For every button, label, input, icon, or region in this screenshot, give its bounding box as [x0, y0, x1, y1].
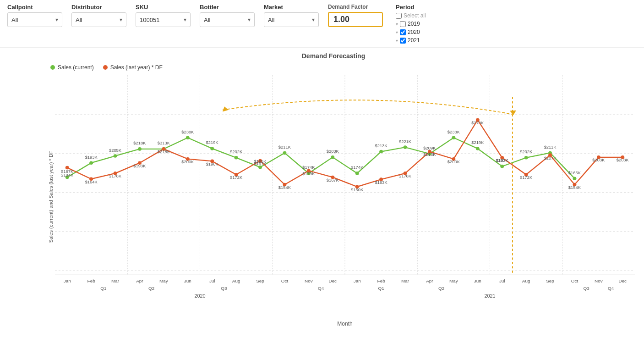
- year-2021: 2021: [408, 37, 420, 44]
- svg-point-23: [138, 147, 142, 151]
- period-section: Period Select all ▾ 2019 ▾ 2020 ▾ 2021: [396, 4, 426, 44]
- x-axis-months: Jan Feb Mar Apr May Jun Jul Aug Sep Oct …: [64, 279, 627, 284]
- svg-text:$207K: $207K: [544, 156, 557, 161]
- market-value: All: [268, 17, 274, 23]
- svg-point-41: [573, 177, 576, 180]
- svg-text:$270K: $270K: [471, 121, 484, 125]
- svg-text:$172K: $172K: [230, 175, 243, 180]
- legend-dot-current: [50, 65, 55, 70]
- chart-legend: Sales (current) Sales (last year) * DF: [32, 64, 635, 71]
- svg-text:$205K: $205K: [109, 148, 122, 153]
- svg-text:$164K: $164K: [85, 180, 98, 184]
- chart-svg: $0K $50K $100K $150K $200K: [55, 75, 635, 318]
- svg-text:$213K: $213K: [375, 144, 388, 148]
- select-all-row: Select all: [396, 12, 426, 19]
- svg-text:$179K: $179K: [302, 172, 315, 176]
- market-filter: Market All: [264, 4, 319, 27]
- svg-text:$202K: $202K: [496, 158, 509, 163]
- svg-text:Jul: Jul: [499, 279, 505, 284]
- sku-value: 100051: [140, 17, 159, 23]
- chart-title: Demand Forecasting: [32, 52, 635, 60]
- svg-text:Jul: Jul: [209, 279, 215, 284]
- svg-marker-19: [510, 111, 516, 115]
- filter-bar: Callpoint All Distributor All SKU 100051…: [0, 0, 644, 48]
- svg-point-22: [114, 154, 117, 158]
- svg-text:$193K: $193K: [133, 164, 146, 168]
- svg-text:Q4: Q4: [318, 286, 324, 291]
- svg-point-36: [452, 136, 455, 140]
- svg-point-39: [524, 156, 528, 160]
- distributor-value: All: [76, 17, 82, 23]
- svg-text:May: May: [449, 279, 458, 284]
- select-all-label: Select all: [404, 12, 426, 19]
- svg-text:Dec: Dec: [619, 279, 627, 284]
- period-item-2019: ▾ 2019: [396, 21, 426, 27]
- period-label: Period: [396, 4, 426, 11]
- current-labels: $167K $193K $205K $218K $313K $238K $219…: [61, 130, 581, 175]
- svg-text:Mar: Mar: [401, 279, 409, 284]
- svg-text:Jan: Jan: [64, 279, 71, 284]
- svg-text:Q1: Q1: [378, 286, 384, 291]
- svg-text:$211K: $211K: [278, 145, 291, 150]
- callpoint-label: Callpoint: [7, 4, 62, 11]
- svg-point-21: [89, 161, 93, 165]
- chart-with-yaxis: Sales (current) and Sales (last year) * …: [32, 75, 635, 327]
- distributor-filter: Distributor All: [71, 4, 126, 27]
- svg-text:May: May: [159, 279, 168, 284]
- svg-text:$202K: $202K: [520, 150, 533, 155]
- distributor-select[interactable]: All: [71, 12, 126, 27]
- x-axis-years: 2020 2021: [194, 293, 495, 299]
- svg-text:Feb: Feb: [377, 279, 385, 284]
- svg-point-37: [476, 147, 480, 150]
- svg-text:$203K: $203K: [617, 158, 629, 163]
- svg-text:Oct: Oct: [571, 279, 579, 284]
- svg-text:$203K: $203K: [592, 158, 605, 163]
- bottler-filter: Bottler All: [200, 4, 255, 27]
- callpoint-select[interactable]: All: [7, 12, 62, 27]
- x-axis-label: Month: [55, 321, 635, 327]
- last-year-labels: $184K $164K $176K $193K $218K $200K $196…: [61, 121, 629, 192]
- bottler-value: All: [204, 17, 210, 23]
- svg-text:$211K: $211K: [544, 145, 557, 150]
- svg-text:2021: 2021: [484, 293, 495, 299]
- bottler-label: Bottler: [200, 4, 255, 11]
- callpoint-filter: Callpoint All: [7, 4, 62, 27]
- select-all-checkbox[interactable]: [396, 13, 402, 19]
- demand-factor-group: Demand Factor 1.00: [328, 4, 383, 27]
- svg-text:$238K: $238K: [181, 130, 194, 134]
- svg-text:Jun: Jun: [474, 279, 481, 284]
- demand-factor-box: 1.00: [328, 12, 383, 27]
- checkbox-2021[interactable]: [400, 38, 406, 44]
- svg-point-25: [186, 136, 190, 140]
- svg-text:$172K: $172K: [520, 175, 533, 180]
- svg-text:Aug: Aug: [522, 279, 530, 284]
- chart-container: Demand Forecasting Sales (current) Sales…: [0, 48, 644, 360]
- svg-text:$197K: $197K: [254, 161, 267, 166]
- distributor-label: Distributor: [71, 4, 126, 11]
- svg-container: $0K $50K $100K $150K $200K: [55, 75, 635, 327]
- checkbox-2020[interactable]: [400, 29, 406, 35]
- period-item-2021: ▾ 2021: [396, 37, 426, 44]
- svg-text:Apr: Apr: [426, 279, 433, 284]
- svg-text:$203K: $203K: [327, 150, 339, 154]
- demand-factor-label: Demand Factor: [328, 4, 383, 10]
- svg-text:Q3: Q3: [221, 286, 227, 291]
- svg-text:$196K: $196K: [206, 162, 219, 166]
- svg-point-33: [379, 150, 383, 154]
- svg-text:$238K: $238K: [448, 130, 460, 134]
- market-select[interactable]: All: [264, 12, 319, 27]
- svg-text:Q2: Q2: [148, 286, 154, 291]
- svg-text:$200K: $200K: [448, 160, 460, 164]
- svg-text:$213K: $213K: [423, 152, 436, 157]
- checkbox-2019[interactable]: [400, 21, 406, 27]
- svg-text:$165K: $165K: [568, 171, 581, 175]
- svg-text:Oct: Oct: [281, 279, 289, 284]
- svg-text:$209K: $209K: [423, 146, 436, 150]
- svg-text:$163K: $163K: [375, 180, 388, 185]
- sku-select[interactable]: 100051: [136, 12, 191, 27]
- bottler-select[interactable]: All: [200, 12, 255, 27]
- svg-point-26: [210, 147, 214, 150]
- svg-text:Jun: Jun: [184, 279, 191, 284]
- svg-text:$219K: $219K: [206, 141, 219, 145]
- svg-text:$193K: $193K: [85, 155, 98, 160]
